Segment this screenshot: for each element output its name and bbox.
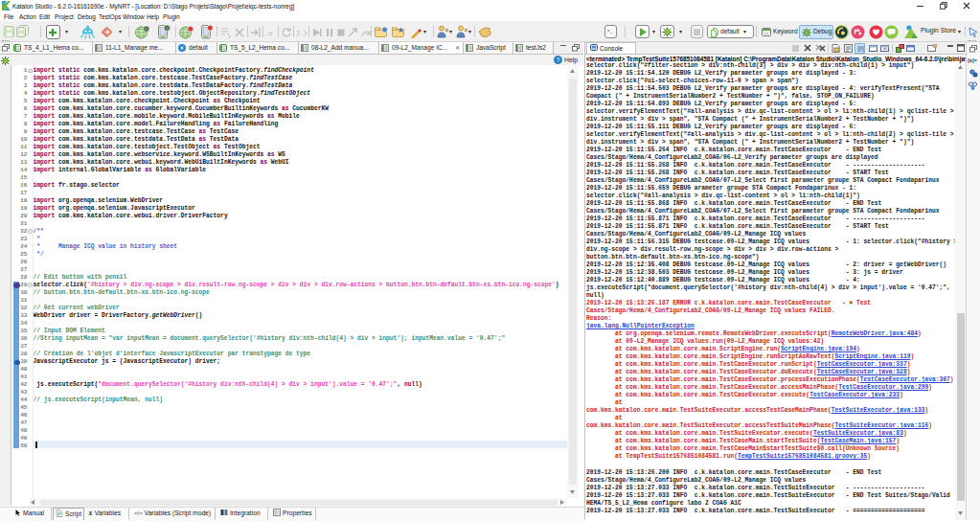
svg-text:.e: .e	[266, 29, 273, 37]
svg-text:?: ?	[557, 57, 560, 63]
svg-text:3.: 3.	[296, 30, 302, 36]
